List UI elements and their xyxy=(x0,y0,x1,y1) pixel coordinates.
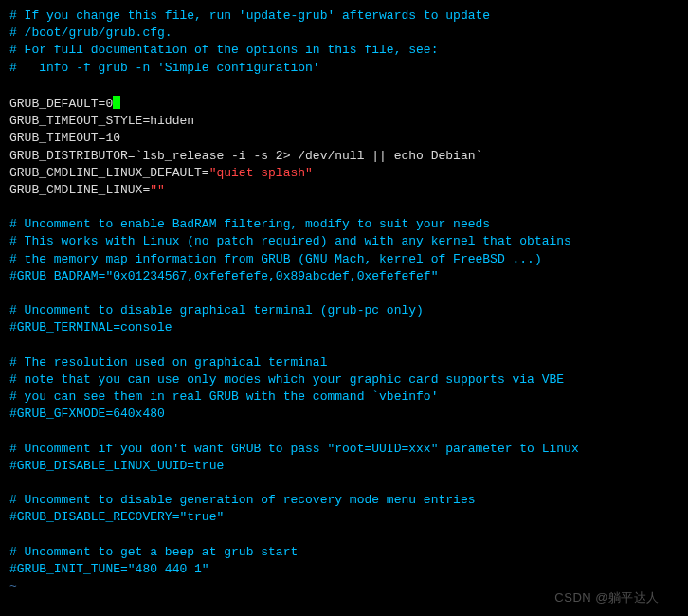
grub-terminal: #GRUB_TERMINAL=console xyxy=(9,320,172,335)
comment-line: # Uncomment to disable graphical termina… xyxy=(9,303,424,317)
grub-disable-recovery: #GRUB_DISABLE_RECOVERY="true" xyxy=(9,510,224,524)
vim-end-of-buffer-tilde: ~ xyxy=(9,579,17,593)
grub-init-tune: #GRUB_INIT_TUNE="480 440 1" xyxy=(9,562,209,576)
cursor-position xyxy=(113,96,120,109)
grub-badram: #GRUB_BADRAM="0x01234567,0xfefefefe,0x89… xyxy=(9,269,438,283)
backtick-close: ` xyxy=(476,149,483,163)
grub-gfxmode: #GRUB_GFXMODE=640x480 xyxy=(9,407,165,421)
grub-timeout-style: GRUB_TIMEOUT_STYLE=hidden xyxy=(9,114,194,128)
grub-cmdline-linux-key: GRUB_CMDLINE_LINUX= xyxy=(9,183,150,197)
comment-line: # If you change this file, run 'update-g… xyxy=(9,9,490,23)
terminal-editor[interactable]: # If you change this file, run 'update-g… xyxy=(9,8,679,595)
comment-line: # Uncomment to disable generation of rec… xyxy=(9,493,475,507)
grub-distributor-key: GRUB_DISTRIBUTOR= xyxy=(9,149,136,163)
comment-line: # you can see them in real GRUB with the… xyxy=(9,390,438,404)
grub-default: GRUB_DEFAULT=0 xyxy=(9,97,113,111)
grub-distributor-cmd: lsb_release -i -s 2> /dev/null || echo D… xyxy=(142,149,475,163)
comment-line: # This works with Linux (no patch requir… xyxy=(9,234,571,248)
grub-cmdline-default-value: "quiet splash" xyxy=(209,166,313,180)
comment-line: # Uncomment if you don't want GRUB to pa… xyxy=(9,442,579,456)
comment-line: # the memory map information from GRUB (… xyxy=(9,252,542,266)
grub-cmdline-default-key: GRUB_CMDLINE_LINUX_DEFAULT= xyxy=(9,166,209,180)
watermark-text: CSDN @躺平达人 xyxy=(554,589,660,607)
comment-line: # The resolution used on graphical termi… xyxy=(9,355,327,370)
comment-line: # info -f grub -n 'Simple configuration' xyxy=(9,61,320,75)
comment-line: # For full documentation of the options … xyxy=(9,43,438,57)
grub-timeout: GRUB_TIMEOUT=10 xyxy=(9,131,120,145)
comment-line: # Uncomment to enable BadRAM filtering, … xyxy=(9,217,490,231)
comment-line: # /boot/grub/grub.cfg. xyxy=(9,26,172,40)
comment-line: # note that you can use only modes which… xyxy=(9,372,564,387)
grub-cmdline-linux-value: "" xyxy=(150,183,165,197)
grub-disable-uuid: #GRUB_DISABLE_LINUX_UUID=true xyxy=(9,459,224,473)
comment-line: # Uncomment to get a beep at grub start xyxy=(9,545,298,559)
